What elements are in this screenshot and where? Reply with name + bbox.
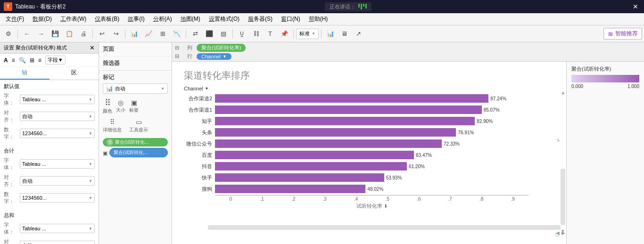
bar-label: 百度 — [184, 152, 215, 159]
bar-row: 百度63.47% — [184, 150, 528, 160]
toolbar-save[interactable]: 💾 — [49, 28, 62, 40]
default-font-chevron: ▼ — [89, 98, 92, 102]
total-font-row: 字体： Tableau ... ▼ — [0, 155, 99, 172]
toolbar-sort[interactable]: ⬛ — [203, 28, 216, 40]
pill-blue-1[interactable]: 聚合(试听转化... — [109, 148, 168, 157]
menu-file[interactable]: 文件(F) — [2, 14, 28, 24]
toolbar-share[interactable]: ↗ — [352, 28, 365, 40]
bar-fill — [215, 151, 414, 159]
pill-blue-label: 聚合(试听转化... — [114, 149, 148, 156]
toolbar-redo[interactable]: ↪ — [109, 28, 123, 40]
toolbar-sep-2 — [92, 29, 93, 39]
menu-data[interactable]: 数据(D) — [29, 14, 56, 24]
col-pill[interactable]: 聚合(试听转化率) — [197, 44, 246, 52]
default-font-dropdown[interactable]: Tableau ... ▼ — [20, 95, 95, 104]
toolbar-pin[interactable]: 📌 — [278, 28, 291, 40]
sum-align-dropdown[interactable]: 自动 ▼ — [20, 241, 95, 244]
menu-story[interactable]: 故事(I) — [124, 14, 148, 24]
menu-worksheet[interactable]: 工作表(W) — [57, 14, 90, 24]
right-side: ⊟ 列 聚合(试听转化率) ⊟ 行 Channel ▼ 渠道转化率排序 — [172, 42, 644, 244]
menu-dashboard[interactable]: 仪表板(B) — [91, 14, 123, 24]
toolbar-settings[interactable]: ⚙ — [2, 28, 15, 40]
label-icon: ▣ — [131, 99, 137, 106]
toolbar-print[interactable]: 🖨 — [77, 28, 90, 40]
total-number-chevron: ▼ — [89, 196, 92, 200]
total-font-dropdown[interactable]: Tableau ... ▼ — [20, 159, 95, 169]
sum-align-value: 自动 — [22, 242, 89, 244]
bar-fill — [215, 185, 365, 193]
toolbar-chart3[interactable]: 📉 — [170, 28, 183, 40]
icon-grid[interactable]: ⊞ — [30, 57, 34, 64]
toolbar-sep-5 — [232, 29, 233, 39]
bar-label: 合作渠道2 — [184, 95, 215, 102]
toolbar-monitor[interactable]: 🖥 — [338, 28, 351, 40]
bar-container: 48.02% — [215, 185, 528, 193]
toolbar-barchar[interactable]: 📊 — [324, 28, 337, 40]
toolbar-text[interactable]: T — [264, 28, 277, 40]
icon-list[interactable]: ≡ — [12, 57, 15, 64]
chart-channel-label: Channel ▼ — [177, 86, 561, 92]
bar-container: 72.33% — [215, 139, 528, 148]
bar-percent: 87.24% — [490, 96, 506, 101]
toolbar-undo[interactable]: ↩ — [95, 28, 108, 40]
tab-axis[interactable]: 轴 — [0, 67, 50, 80]
icon-field-dropdown[interactable]: 字段▼ — [45, 56, 66, 65]
left-panel-close[interactable]: ✕ — [90, 44, 95, 51]
toolbar-sep-3 — [125, 29, 125, 39]
toolbar-forward[interactable]: → — [34, 28, 48, 40]
toolbar-link[interactable]: ⛓ — [249, 28, 263, 40]
bar-row: 搜狗48.02% — [184, 184, 528, 194]
tooltip-icon: ▭ — [136, 118, 142, 126]
marks-type-dropdown[interactable]: 📊 自动 ▼ — [103, 83, 168, 94]
marks-detail[interactable]: ⠿ 详细信息 — [103, 118, 122, 133]
toolbar-underline[interactable]: U̲ — [235, 28, 248, 40]
icon-search[interactable]: 🔍 — [19, 57, 26, 64]
marks-tooltip[interactable]: ▭ 工具提示 — [129, 118, 148, 133]
total-align-dropdown[interactable]: 自动 ▼ — [20, 176, 95, 186]
marks-color[interactable]: ⠿ 颜色 — [103, 98, 112, 114]
default-align-dropdown[interactable]: 自动 ▼ — [20, 112, 95, 121]
menu-map[interactable]: 地图(M) — [177, 14, 204, 24]
toolbar-standard-dropdown[interactable]: 标准 ▼ — [296, 29, 319, 39]
legend-max: 1.000 — [627, 84, 639, 89]
marks-dropdown-chevron: ▼ — [161, 87, 165, 91]
chart-title: 渠道转化率排序 — [177, 65, 561, 84]
row-pill[interactable]: Channel ▼ — [197, 53, 231, 60]
icon-lines[interactable]: ≡ — [38, 57, 41, 64]
toolbar-new[interactable]: 📋 — [63, 28, 76, 40]
marks-label[interactable]: ▣ 标签 — [129, 99, 139, 114]
smart-recommend-button[interactable]: ≋ 智能推荐 — [603, 28, 642, 40]
icon-font-A[interactable]: A — [4, 57, 8, 64]
marks-type-label: 自动 — [113, 85, 161, 92]
toolbar: ⚙ ← → 💾 📋 🖨 ↩ ↪ 📊 📈 ⊞ 📉 ⇄ ⬛ ▤ U̲ ⛓ T 📌 标… — [0, 25, 644, 42]
toolbar-chart2[interactable]: 📈 — [142, 28, 155, 40]
default-number-dropdown[interactable]: 1234560... ▼ — [20, 129, 95, 138]
toolbar-table[interactable]: ⊞ — [156, 28, 169, 40]
menu-analysis[interactable]: 分析(A) — [149, 14, 176, 24]
close-button[interactable]: ✕ — [631, 3, 640, 10]
toolbar-swap[interactable]: ⇄ — [189, 28, 202, 40]
bar-row: 抖音61.20% — [184, 161, 528, 171]
menu-help[interactable]: 帮助(H) — [305, 14, 332, 24]
toolbar-chart1[interactable]: 📊 — [128, 28, 141, 40]
x-axis-tick: .7 — [435, 195, 466, 202]
toolbar-filter[interactable]: ▤ — [217, 28, 230, 40]
sum-align-row: 对齐： 自动 ▼ — [0, 237, 99, 244]
x-axis-sort-icon: ⬇ — [384, 203, 388, 209]
x-axis-tick: .2 — [278, 195, 309, 202]
col-row-area: ⊟ 列 聚合(试听转化率) ⊟ 行 Channel ▼ — [172, 42, 644, 62]
menu-window[interactable]: 窗口(N) — [277, 14, 304, 24]
menu-format[interactable]: 设置格式(O) — [205, 14, 243, 24]
pill-green-1[interactable]: ⠿ 聚合(试听转化... — [103, 138, 168, 146]
x-axis-ticks: 0.1.2.3.4.5.6.7.8.9 — [215, 195, 528, 202]
window-title: Tableau - 看板分析2 — [15, 3, 66, 11]
marks-size[interactable]: ◎ 大小 — [116, 99, 125, 114]
bar-fill — [215, 173, 384, 182]
bar-fill — [215, 139, 442, 148]
tab-region[interactable]: 区 — [50, 67, 99, 80]
bottom-down-arrow: ▼ — [561, 228, 565, 234]
menu-server[interactable]: 服务器(S) — [244, 14, 276, 24]
sum-font-dropdown[interactable]: Tableau ... ▼ — [20, 224, 95, 233]
toolbar-back[interactable]: ← — [20, 28, 33, 40]
total-number-dropdown[interactable]: 1234560... ▼ — [20, 193, 95, 203]
